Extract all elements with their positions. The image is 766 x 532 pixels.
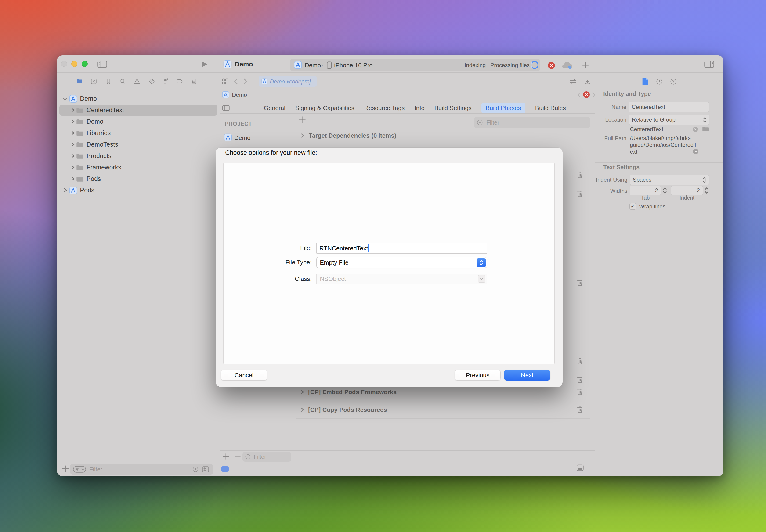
- sidebar-item-products[interactable]: Products: [57, 151, 220, 162]
- clear-group-icon[interactable]: [693, 127, 698, 132]
- related-items-icon[interactable]: [569, 78, 577, 84]
- indent-width-stepper[interactable]: [704, 186, 709, 195]
- issue-next-button[interactable]: [592, 92, 595, 98]
- add-phase-button[interactable]: [298, 116, 306, 124]
- indent-width-field[interactable]: 2: [671, 186, 703, 195]
- forward-button[interactable]: [243, 78, 247, 85]
- editor-sidebar-toggle[interactable]: [222, 105, 230, 111]
- tab-info[interactable]: Info: [414, 104, 425, 112]
- disclosure-right-icon[interactable]: [71, 119, 75, 124]
- project-list-item-demo[interactable]: Demo: [221, 132, 295, 143]
- disclosure-right-icon[interactable]: [71, 165, 75, 170]
- minimize-button[interactable]: [71, 61, 77, 67]
- navigator-toggle-button[interactable]: [97, 61, 107, 68]
- sidebar-item-frameworks[interactable]: Frameworks: [57, 162, 220, 173]
- disclosure-right-icon[interactable]: [300, 407, 304, 412]
- issue-prev-button[interactable]: [577, 92, 581, 98]
- choose-folder-icon[interactable]: [702, 126, 709, 132]
- filter-scope-icon[interactable]: [73, 466, 86, 473]
- sidebar-item-demo-folder[interactable]: Demo: [57, 116, 220, 127]
- tab-resource-tags[interactable]: Resource Tags: [364, 104, 405, 112]
- disclosure-right-icon[interactable]: [71, 154, 75, 158]
- disclosure-right-icon[interactable]: [71, 131, 75, 135]
- sidebar-filter-input[interactable]: Filter: [70, 464, 213, 475]
- cancel-button[interactable]: Cancel: [221, 370, 267, 381]
- zoom-button[interactable]: [82, 61, 88, 67]
- indent-using-select[interactable]: Spaces: [630, 175, 709, 185]
- error-badge[interactable]: [548, 62, 555, 69]
- delete-phase-button[interactable]: [577, 376, 583, 383]
- delete-phase-button[interactable]: [577, 388, 583, 395]
- sidebar-add-button[interactable]: [62, 465, 69, 472]
- disclosure-down-icon[interactable]: [63, 97, 67, 101]
- disclosure-right-icon[interactable]: [300, 390, 304, 394]
- sidebar-item-demo-project[interactable]: Demo: [57, 93, 220, 104]
- phases-filter-input[interactable]: Filter: [474, 117, 590, 128]
- delete-phase-button[interactable]: [577, 406, 583, 413]
- navigator-tab-project-icon[interactable]: [76, 78, 83, 85]
- tab-build-rules[interactable]: Build Rules: [535, 104, 566, 112]
- disclosure-right-icon[interactable]: [300, 133, 304, 138]
- reveal-arrow-icon[interactable]: [693, 149, 698, 154]
- location-select[interactable]: Relative to Group: [629, 115, 709, 125]
- tab-signing-capabilities[interactable]: Signing & Capabilities: [295, 104, 354, 112]
- disclosure-right-icon[interactable]: [71, 142, 75, 147]
- sidebar-item-centeredtext[interactable]: CenteredText: [57, 105, 220, 116]
- targets-filter-input[interactable]: Filter: [242, 452, 291, 462]
- editor-grid-button[interactable]: [222, 78, 229, 85]
- toolbar-add-button[interactable]: [582, 62, 589, 68]
- phase-row-target-dependencies[interactable]: Target Dependencies (0 items): [300, 130, 396, 141]
- navigator-tab-breakpoints-icon[interactable]: [176, 78, 183, 85]
- add-target-button[interactable]: [223, 453, 229, 460]
- navigator-tab-bookmarks-icon[interactable]: [105, 78, 112, 85]
- scheme-selector[interactable]: Demo › iPhone 16 Pro Indexing | Processi…: [290, 59, 540, 71]
- navigator-tab-issues-icon[interactable]: [133, 78, 140, 85]
- previous-button[interactable]: Previous: [455, 370, 501, 381]
- phase-row-copy-pods[interactable]: [CP] Copy Pods Resources: [300, 404, 387, 415]
- navigator-tab-source-control-icon[interactable]: [90, 78, 97, 85]
- jumpbar-title[interactable]: Demo: [232, 92, 247, 98]
- sidebar-item-pods-project[interactable]: Pods: [57, 185, 220, 196]
- destination-name[interactable]: iPhone 16 Pro: [334, 62, 373, 69]
- close-button[interactable]: [61, 61, 67, 67]
- name-field[interactable]: CenteredText: [629, 102, 709, 112]
- inspector-toggle-button[interactable]: [704, 61, 714, 68]
- navigator-tab-find-icon[interactable]: [119, 78, 126, 85]
- disclosure-right-icon[interactable]: [71, 108, 75, 112]
- modified-filter-icon[interactable]: [202, 466, 209, 473]
- phase-row-embed-pods[interactable]: [CP] Embed Pods Frameworks: [300, 387, 397, 397]
- file-type-select[interactable]: Empty File: [316, 257, 487, 268]
- tab-width-stepper[interactable]: [662, 186, 667, 195]
- recents-filter-icon[interactable]: [192, 466, 199, 473]
- navigator-tab-tests-icon[interactable]: [148, 78, 155, 85]
- add-editor-button[interactable]: [584, 78, 591, 85]
- tab-build-settings[interactable]: Build Settings: [435, 104, 472, 112]
- editor-bottombar-toggle[interactable]: [577, 464, 584, 471]
- delete-phase-button[interactable]: [577, 171, 583, 178]
- tab-build-phases[interactable]: Build Phases: [482, 103, 526, 114]
- sidebar-item-pods-folder[interactable]: Pods: [57, 173, 220, 185]
- disclosure-right-icon[interactable]: [71, 176, 75, 181]
- disclosure-right-icon[interactable]: [63, 188, 67, 193]
- editor-tab[interactable]: Demo.xcodeproj: [258, 76, 317, 87]
- run-button[interactable]: [201, 61, 208, 68]
- next-button[interactable]: Next: [504, 370, 550, 381]
- delete-phase-button[interactable]: [577, 358, 583, 365]
- cloud-status-icon[interactable]: [562, 61, 572, 69]
- navigator-tab-debug-icon[interactable]: [162, 78, 169, 85]
- delete-phase-button[interactable]: [577, 190, 583, 197]
- tab-width-field[interactable]: 2: [630, 186, 661, 195]
- file-inspector-tab-icon[interactable]: [642, 77, 649, 85]
- remove-target-button[interactable]: [234, 456, 241, 457]
- sidebar-item-demotests[interactable]: DemoTests: [57, 139, 220, 150]
- navigator-tab-reports-icon[interactable]: [190, 78, 197, 85]
- sidebar-item-libraries[interactable]: Libraries: [57, 128, 220, 139]
- tab-general[interactable]: General: [264, 104, 285, 112]
- history-inspector-tab-icon[interactable]: [656, 78, 663, 85]
- wrap-lines-checkbox[interactable]: ✓: [630, 203, 636, 210]
- help-inspector-tab-icon[interactable]: [670, 78, 677, 85]
- back-button[interactable]: [234, 78, 238, 85]
- jumpbar-error-badge[interactable]: [583, 91, 590, 98]
- delete-phase-button[interactable]: [577, 279, 583, 286]
- file-name-input[interactable]: RTNCenteredText: [316, 243, 487, 254]
